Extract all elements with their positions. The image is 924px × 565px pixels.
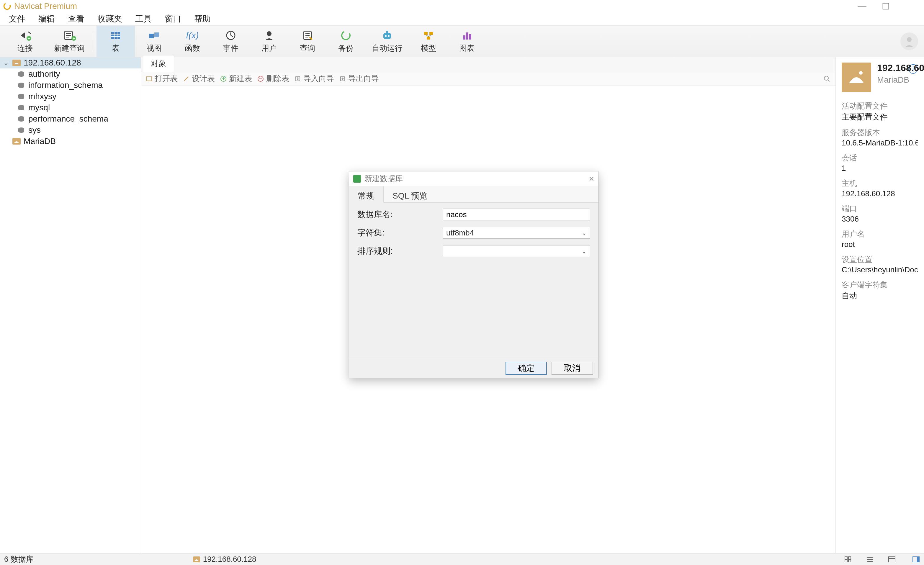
- new-table-button[interactable]: 新建表: [220, 73, 252, 84]
- cancel-button[interactable]: 取消: [552, 362, 593, 375]
- ok-button[interactable]: 确定: [506, 362, 547, 375]
- chevron-down-icon: ⌄: [582, 247, 586, 255]
- tree-database-item[interactable]: sys: [0, 124, 141, 136]
- tree-database-item[interactable]: mysql: [0, 102, 141, 113]
- function-icon: f(x): [185, 30, 200, 41]
- backup-button[interactable]: 备份: [327, 25, 365, 57]
- svg-point-31: [18, 85, 24, 88]
- tree-connection-item[interactable]: MariaDB: [0, 136, 141, 147]
- menu-favorites[interactable]: 收藏夹: [91, 12, 129, 26]
- main-toolbar: + 连接 + 新建查询 表 视图 f(x) 函数 事件 用户 查询 备份 自动运…: [0, 25, 924, 57]
- app-title: Navicat Premium: [14, 1, 77, 11]
- robot-icon: [380, 30, 394, 41]
- delete-table-button[interactable]: 删除表: [257, 73, 289, 84]
- open-table-button[interactable]: 打开表: [146, 73, 178, 84]
- new-query-button[interactable]: + 新建查询: [47, 25, 92, 57]
- info-value: 主要配置文件: [842, 112, 918, 122]
- query-button[interactable]: 查询: [288, 25, 327, 57]
- view-mode-list-icon[interactable]: [866, 556, 874, 563]
- tab-general[interactable]: 常规: [349, 186, 384, 203]
- info-value: C:\Users\heyunlin\Docum: [842, 265, 918, 274]
- connection-tree[interactable]: ⌄ 192.168.60.128 authority information_s…: [0, 57, 141, 553]
- svg-text:+: +: [73, 36, 75, 41]
- user-button[interactable]: 用户: [250, 25, 288, 57]
- svg-point-0: [4, 3, 10, 9]
- svg-rect-6: [111, 32, 120, 39]
- info-panel: ⓘ 192.168.60.1 MariaDB 活动配置文件主要配置文件 服务器版…: [836, 57, 924, 553]
- view-mode-panel-icon[interactable]: [912, 556, 920, 563]
- db-name-input[interactable]: [443, 208, 590, 220]
- clock-icon: [224, 30, 238, 41]
- event-button[interactable]: 事件: [212, 25, 250, 57]
- connection-icon: [12, 60, 21, 66]
- svg-rect-21: [463, 35, 465, 39]
- chevron-down-icon[interactable]: ⌄: [2, 59, 9, 67]
- menu-tools[interactable]: 工具: [129, 12, 158, 26]
- svg-point-34: [18, 97, 24, 99]
- tab-sql-preview[interactable]: SQL 预览: [384, 186, 436, 202]
- design-table-button[interactable]: 设计表: [183, 73, 215, 84]
- svg-rect-19: [429, 32, 433, 35]
- chevron-down-icon: ⌄: [582, 229, 586, 236]
- chart-button[interactable]: 图表: [448, 25, 486, 57]
- connection-subtitle: MariaDB: [877, 75, 924, 85]
- charset-label: 字符集:: [357, 227, 443, 238]
- view-mode-detail-icon[interactable]: [888, 556, 896, 563]
- collation-combo[interactable]: ⌄: [443, 245, 590, 257]
- menu-window[interactable]: 窗口: [158, 12, 188, 26]
- svg-rect-22: [466, 33, 468, 39]
- svg-point-13: [342, 31, 350, 39]
- database-green-icon: [353, 175, 361, 183]
- user-icon: [262, 30, 276, 41]
- search-icon[interactable]: [823, 75, 831, 82]
- connection-large-icon: [842, 63, 871, 92]
- info-label: 用户名: [842, 229, 918, 239]
- tree-database-item[interactable]: authority: [0, 69, 141, 79]
- tree-database-item[interactable]: performance_schema: [0, 113, 141, 124]
- model-button[interactable]: 模型: [410, 25, 448, 57]
- svg-rect-23: [469, 34, 471, 39]
- dialog-close-icon[interactable]: ×: [589, 174, 594, 184]
- info-label: 客户端字符集: [842, 280, 918, 290]
- user-avatar[interactable]: [900, 33, 918, 50]
- menu-edit[interactable]: 编辑: [32, 12, 62, 26]
- window-minimize-icon[interactable]: —: [850, 1, 874, 11]
- info-value: 3306: [842, 214, 918, 224]
- model-icon: [421, 30, 436, 41]
- menu-file[interactable]: 文件: [2, 12, 32, 26]
- svg-point-37: [18, 108, 24, 110]
- collation-label: 排序规则:: [357, 246, 443, 257]
- connection-title: 192.168.60.1: [877, 63, 924, 73]
- new-query-icon: +: [62, 30, 77, 41]
- svg-rect-53: [845, 557, 847, 559]
- import-wizard-button[interactable]: 导入向导: [294, 73, 334, 84]
- table-button[interactable]: 表: [96, 25, 135, 57]
- connection-icon: [12, 138, 21, 145]
- info-value: 192.168.60.128: [842, 189, 918, 198]
- charset-combo[interactable]: utf8mb4 ⌄: [443, 227, 590, 239]
- svg-point-24: [907, 37, 912, 42]
- status-path: 192.168.60.128: [203, 555, 256, 564]
- svg-rect-54: [849, 557, 851, 559]
- export-wizard-button[interactable]: 导出向导: [339, 73, 379, 84]
- dialog-titlebar[interactable]: 新建数据库 ×: [349, 171, 598, 186]
- tree-database-item[interactable]: mhxysy: [0, 91, 141, 102]
- tree-connection-root[interactable]: ⌄ 192.168.60.128: [0, 57, 141, 69]
- svg-rect-14: [383, 33, 391, 39]
- function-button[interactable]: f(x) 函数: [173, 25, 212, 57]
- menu-view[interactable]: 查看: [62, 12, 91, 26]
- tree-database-item[interactable]: information_schema: [0, 79, 141, 91]
- database-icon: [17, 127, 26, 133]
- connect-button[interactable]: + 连接: [3, 25, 47, 57]
- database-icon: [17, 115, 26, 122]
- view-mode-grid-icon[interactable]: [844, 556, 852, 563]
- menu-help[interactable]: 帮助: [188, 12, 217, 26]
- auto-run-button[interactable]: 自动运行: [365, 25, 410, 57]
- view-button[interactable]: 视图: [135, 25, 173, 57]
- new-database-dialog: 新建数据库 × 常规 SQL 预览 数据库名: 字符集: utf8mb4 ⌄ 排…: [349, 171, 598, 378]
- window-maximize-icon[interactable]: ☐: [874, 1, 897, 12]
- info-value: 自动: [842, 291, 918, 301]
- dialog-tabs: 常规 SQL 预览: [349, 186, 598, 203]
- info-value: 1: [842, 164, 918, 173]
- tab-objects[interactable]: 对象: [143, 55, 174, 72]
